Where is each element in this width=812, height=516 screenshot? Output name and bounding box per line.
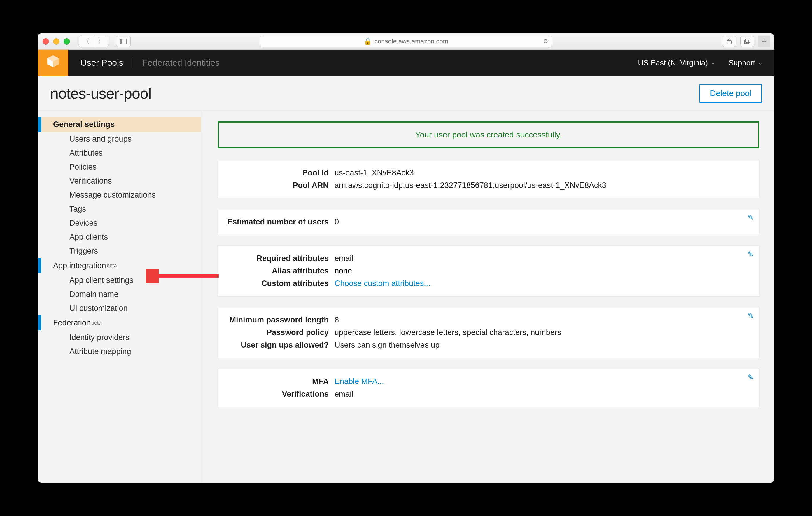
sidebar-item-policies[interactable]: Policies: [38, 160, 201, 174]
chevron-down-icon: ⌄: [711, 59, 715, 66]
active-indicator: [38, 315, 41, 330]
sidebar-item-attributes[interactable]: Attributes: [38, 146, 201, 160]
region-selector[interactable]: US East (N. Virginia) ⌄: [638, 58, 715, 67]
new-tab-button[interactable]: +: [758, 36, 770, 47]
edit-icon[interactable]: ✎: [748, 373, 754, 382]
refresh-icon[interactable]: ⟳: [543, 38, 549, 45]
cube-icon: [46, 54, 60, 72]
sidebar: General settings Users and groups Attrib…: [38, 111, 201, 483]
sidebar-item-triggers[interactable]: Triggers: [38, 244, 201, 258]
sidebar-item-label: App client settings: [69, 276, 133, 285]
sidebar-item-app-clients[interactable]: App clients: [38, 230, 201, 244]
sidebar-item-label: Identity providers: [69, 333, 129, 342]
beta-badge: beta: [91, 320, 102, 326]
close-window-button[interactable]: [42, 38, 49, 45]
chevron-down-icon: ⌄: [758, 59, 762, 66]
sidebar-item-message-customizations[interactable]: Message customizations: [38, 188, 201, 202]
window-controls: [42, 38, 70, 45]
nav-federated-identities[interactable]: Federated Identities: [142, 58, 220, 68]
active-indicator: [38, 117, 41, 132]
label-est-users: Estimated number of users: [218, 217, 335, 226]
card-users: ✎ Estimated number of users 0: [218, 209, 759, 235]
label-custom-attr: Custom attributes: [218, 279, 335, 288]
value-pool-arn: arn:aws:cognito-idp:us-east-1:2327718567…: [335, 181, 606, 190]
sidebar-item-label: Tags: [69, 205, 86, 214]
sidebar-item-identity-providers[interactable]: Identity providers: [38, 330, 201, 344]
sidebar-section-label: General settings: [53, 120, 115, 129]
value-min-password: 8: [335, 316, 339, 325]
label-required-attr: Required attributes: [218, 254, 335, 263]
sidebar-item-verifications[interactable]: Verifications: [38, 174, 201, 188]
tabs-button[interactable]: [740, 36, 754, 47]
sidebar-item-label: UI customization: [69, 304, 128, 313]
sidebar-section-label: App integration: [53, 261, 106, 270]
success-text: Your user pool was created successfully.: [415, 130, 562, 139]
svg-rect-3: [744, 40, 749, 44]
sidebar-item-label: Devices: [69, 219, 97, 228]
url-bar[interactable]: 🔒 console.aws.amazon.com ⟳: [260, 36, 552, 47]
edit-icon[interactable]: ✎: [748, 213, 754, 222]
page-title: notes-user-pool: [50, 85, 151, 102]
label-pool-id: Pool Id: [218, 168, 335, 178]
browser-titlebar: 〈 〉 🔒 console.aws.amazon.com ⟳ +: [38, 33, 774, 50]
card-attributes: ✎ Required attributes email Alias attrib…: [218, 245, 759, 297]
nav-user-pools[interactable]: User Pools: [81, 58, 123, 68]
lock-icon: 🔒: [364, 38, 372, 45]
sidebar-item-users-groups[interactable]: Users and groups: [38, 132, 201, 146]
url-host: console.aws.amazon.com: [375, 38, 448, 45]
sidebar-item-ui-customization[interactable]: UI customization: [38, 301, 201, 315]
sidebar-section-federation[interactable]: Federationbeta: [38, 315, 201, 330]
sidebar-section-label: Federation: [53, 319, 91, 327]
edit-icon[interactable]: ✎: [748, 311, 754, 321]
sidebar-item-label: Attributes: [69, 148, 103, 158]
nav-buttons: 〈 〉: [79, 36, 109, 47]
header-right: US East (N. Virginia) ⌄ Support ⌄: [638, 58, 762, 67]
sidebar-item-tags[interactable]: Tags: [38, 202, 201, 216]
card-password-policy: ✎ Minimum password length 8 Password pol…: [218, 307, 759, 358]
region-label: US East (N. Virginia): [638, 58, 708, 67]
value-signups: Users can sign themselves up: [335, 341, 439, 350]
value-required-attr: email: [335, 254, 353, 263]
link-enable-mfa[interactable]: Enable MFA...: [335, 377, 384, 386]
success-banner: Your user pool was created successfully.: [218, 121, 759, 148]
beta-badge: beta: [107, 263, 117, 269]
edit-icon[interactable]: ✎: [748, 250, 754, 259]
sidebar-item-domain-name[interactable]: Domain name: [38, 287, 201, 301]
sidebar-item-label: Verifications: [69, 176, 112, 186]
sidebar-item-app-client-settings[interactable]: App client settings: [38, 273, 201, 287]
value-alias-attr: none: [335, 267, 352, 275]
support-menu[interactable]: Support ⌄: [729, 58, 762, 67]
maximize-window-button[interactable]: [64, 38, 70, 45]
sidebar-item-attribute-mapping[interactable]: Attribute mapping: [38, 344, 201, 358]
header-nav: User Pools Federated Identities: [81, 57, 220, 69]
cognito-logo[interactable]: [38, 50, 68, 76]
label-password-policy: Password policy: [218, 328, 335, 337]
link-choose-custom-attributes[interactable]: Choose custom attributes...: [335, 279, 431, 288]
label-alias-attr: Alias attributes: [218, 267, 335, 275]
sidebar-item-devices[interactable]: Devices: [38, 216, 201, 230]
active-indicator: [38, 258, 41, 273]
sidebar-item-label: Policies: [69, 163, 96, 172]
support-label: Support: [729, 58, 755, 67]
value-est-users: 0: [335, 217, 339, 226]
sidebar-toggle-button[interactable]: [116, 36, 130, 47]
label-mfa: MFA: [218, 377, 335, 386]
label-verifications: Verifications: [218, 390, 335, 399]
share-button[interactable]: [722, 36, 736, 47]
label-min-password: Minimum password length: [218, 316, 335, 325]
sidebar-section-general[interactable]: General settings: [38, 117, 201, 132]
delete-pool-button[interactable]: Delete pool: [699, 84, 762, 103]
sidebar-item-label: Message customizations: [69, 191, 156, 200]
forward-button[interactable]: 〉: [94, 36, 108, 47]
back-button[interactable]: 〈: [79, 36, 94, 47]
main-area: General settings Users and groups Attrib…: [38, 111, 774, 483]
sidebar-item-label: Users and groups: [69, 135, 132, 143]
content-area: Your user pool was created successfully.…: [201, 111, 774, 483]
minimize-window-button[interactable]: [53, 38, 59, 45]
value-verifications: email: [335, 390, 353, 399]
sidebar-section-app-integration[interactable]: App integrationbeta: [38, 258, 201, 273]
label-pool-arn: Pool ARN: [218, 181, 335, 190]
page-title-bar: notes-user-pool Delete pool: [38, 76, 774, 111]
browser-window: 〈 〉 🔒 console.aws.amazon.com ⟳ +: [38, 33, 774, 483]
value-pool-id: us-east-1_XNvE8Ack3: [335, 168, 414, 178]
